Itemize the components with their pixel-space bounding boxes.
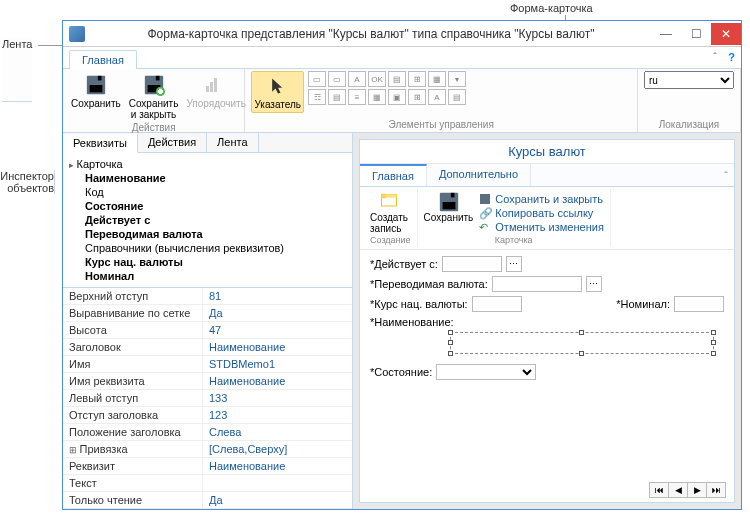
collapse-icon[interactable]: ˆ xyxy=(724,170,728,182)
property-row[interactable]: РеквизитНаименование xyxy=(63,458,352,475)
property-row[interactable]: Отступ заголовка123 xyxy=(63,407,352,424)
create-record-button[interactable]: Создать запись xyxy=(370,191,408,234)
control-item[interactable]: ☶ xyxy=(308,89,326,105)
property-row[interactable]: Высота47 xyxy=(63,322,352,339)
control-item[interactable]: ▭ xyxy=(328,71,346,87)
lookup-button[interactable]: ⋯ xyxy=(586,276,602,292)
control-item[interactable]: ≡ xyxy=(348,89,366,105)
control-item[interactable]: OK xyxy=(368,71,386,87)
property-value[interactable]: [Слева,Сверху] xyxy=(203,441,352,457)
property-row[interactable]: Положение заголовкаСлева xyxy=(63,424,352,441)
tree-item[interactable]: Курс нац. валюты xyxy=(69,255,346,269)
minimize-button[interactable]: — xyxy=(651,23,681,45)
control-item[interactable]: ▣ xyxy=(388,89,406,105)
property-value[interactable]: Да xyxy=(203,492,352,508)
active-from-input[interactable] xyxy=(442,256,502,272)
tree-item[interactable]: Номинал xyxy=(69,269,346,283)
nav-prev-button[interactable]: ◀ xyxy=(668,482,688,498)
close-button[interactable]: ✕ xyxy=(711,23,741,45)
property-key: Реквизит xyxy=(63,458,203,474)
name-memo-selected[interactable] xyxy=(450,332,714,354)
resize-handle[interactable] xyxy=(711,351,716,356)
date-picker-button[interactable]: ⋯ xyxy=(506,256,522,272)
tree-item[interactable]: Состояние xyxy=(69,199,346,213)
resize-handle[interactable] xyxy=(448,340,453,345)
rate-input[interactable] xyxy=(472,296,522,312)
save-close-button[interactable]: Сохранить и закрыть xyxy=(127,71,181,122)
property-value[interactable]: Слева xyxy=(203,424,352,440)
control-item[interactable]: ▦ xyxy=(368,89,386,105)
property-value[interactable]: Наименование xyxy=(203,339,352,355)
property-value[interactable]: Да xyxy=(203,305,352,321)
control-item[interactable]: ⊞ xyxy=(408,89,426,105)
form-tab-main[interactable]: Главная xyxy=(360,164,427,186)
order-button: Упорядочить xyxy=(184,71,238,111)
save-close-link[interactable]: Сохранить и закрыть xyxy=(479,193,604,205)
tree-item[interactable]: Код xyxy=(69,185,346,199)
control-item[interactable]: A xyxy=(348,71,366,87)
control-item[interactable]: ▾ xyxy=(448,71,466,87)
nav-next-button[interactable]: ▶ xyxy=(687,482,707,498)
property-row[interactable]: ЗаголовокНаименование xyxy=(63,339,352,356)
tree-item[interactable]: Действует с xyxy=(69,213,346,227)
currency-input[interactable] xyxy=(492,276,582,292)
nominal-input[interactable] xyxy=(674,296,724,312)
property-value[interactable]: STDBMemo1 xyxy=(203,356,352,372)
property-row[interactable]: Только чтениеДа xyxy=(63,492,352,509)
property-row[interactable]: Верхний отступ81 xyxy=(63,288,352,305)
resize-handle[interactable] xyxy=(711,330,716,335)
resize-handle[interactable] xyxy=(448,351,453,356)
state-select[interactable] xyxy=(436,364,536,380)
control-item[interactable]: ▭ xyxy=(308,71,326,87)
property-row[interactable]: Левый отступ133 xyxy=(63,390,352,407)
control-item[interactable]: ▤ xyxy=(388,71,406,87)
property-row[interactable]: Имя реквизитаНаименование xyxy=(63,373,352,390)
window-title: Форма-карточка представления "Курсы валю… xyxy=(91,27,651,41)
pointer-tool-button[interactable]: Указатель xyxy=(251,71,304,113)
form-card[interactable]: Курсы валют Главная Дополнительно ˆ xyxy=(359,139,735,503)
object-tree[interactable]: Карточка НаименованиеКодСостояниеДейству… xyxy=(63,153,352,288)
property-row[interactable]: Выравнивание по сеткеДа xyxy=(63,305,352,322)
tree-item[interactable]: Наименование xyxy=(69,171,346,185)
nav-last-button[interactable]: ⏭ xyxy=(706,482,726,498)
property-value[interactable]: 133 xyxy=(203,390,352,406)
nav-first-button[interactable]: ⏮ xyxy=(649,482,669,498)
form-tab-additional[interactable]: Дополнительно xyxy=(427,164,531,186)
tree-item[interactable]: Переводимая валюта xyxy=(69,227,346,241)
property-value[interactable]: 81 xyxy=(203,288,352,304)
resize-handle[interactable] xyxy=(711,340,716,345)
control-item[interactable]: ▤ xyxy=(328,89,346,105)
cancel-link[interactable]: ↶ Отменить изменения xyxy=(479,221,604,233)
property-value[interactable] xyxy=(203,475,352,491)
inspector-tab-requisites[interactable]: Реквизиты xyxy=(63,134,138,153)
resize-handle[interactable] xyxy=(579,330,584,335)
property-row[interactable]: Текст xyxy=(63,475,352,492)
property-row[interactable]: ИмяSTDBMemo1 xyxy=(63,356,352,373)
ribbon-collapse-icon[interactable]: ˆ xyxy=(713,51,717,63)
resize-handle[interactable] xyxy=(579,351,584,356)
help-icon[interactable]: ? xyxy=(728,51,735,63)
property-grid[interactable]: Верхний отступ81Выравнивание по сеткеДаВ… xyxy=(63,288,352,509)
tree-item[interactable]: Справочники (вычисления реквизитов) xyxy=(69,241,346,255)
tree-root[interactable]: Карточка xyxy=(69,157,346,171)
property-value[interactable]: Наименование xyxy=(203,373,352,389)
control-item[interactable]: ⊞ xyxy=(408,71,426,87)
form-body[interactable]: *Действует с: ⋯ *Переводимая валюта: ⋯ *… xyxy=(360,250,734,502)
save-button[interactable]: Сохранить xyxy=(69,71,123,111)
property-row[interactable]: Привязка[Слева,Сверху] xyxy=(63,441,352,458)
copy-link-link[interactable]: 🔗 Копировать ссылку xyxy=(479,207,604,219)
form-save-button[interactable]: Сохранить xyxy=(424,191,474,223)
resize-handle[interactable] xyxy=(448,330,453,335)
control-item[interactable]: ▤ xyxy=(448,89,466,105)
inspector-tab-actions[interactable]: Действия xyxy=(138,133,207,152)
property-value[interactable]: Наименование xyxy=(203,458,352,474)
control-item[interactable]: A xyxy=(428,89,446,105)
inspector-tab-ribbon[interactable]: Лента xyxy=(207,133,258,152)
locale-select[interactable]: ru xyxy=(644,71,734,89)
property-value[interactable]: 123 xyxy=(203,407,352,423)
app-icon xyxy=(69,26,85,42)
ribbon-tab-main[interactable]: Главная xyxy=(69,50,137,69)
maximize-button[interactable]: ☐ xyxy=(681,23,711,45)
control-item[interactable]: ▦ xyxy=(428,71,446,87)
property-value[interactable]: 47 xyxy=(203,322,352,338)
